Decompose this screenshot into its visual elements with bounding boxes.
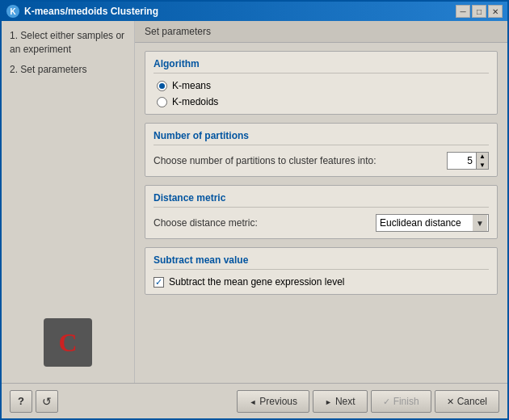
- partitions-label: Choose number of partitions to cluster f…: [154, 155, 440, 166]
- radio-kmeans-label: K-means: [172, 80, 211, 91]
- step-2: 2. Set parameters: [10, 63, 126, 77]
- partitions-section: Number of partitions Choose number of pa…: [145, 123, 498, 177]
- distance-section-title: Distance metric: [154, 192, 489, 208]
- distance-dropdown[interactable]: Euclidean distance Manhattan distance Pe…: [376, 214, 489, 232]
- algorithm-radio-group: K-means K-medoids: [154, 80, 489, 107]
- bottom-bar: ? ↺ Previous Next Finish Cancel: [2, 383, 507, 418]
- previous-arrow-icon: [249, 396, 256, 407]
- distance-dropdown-container: Euclidean distance Manhattan distance Pe…: [376, 214, 489, 232]
- next-button[interactable]: Next: [313, 390, 368, 413]
- previous-button[interactable]: Previous: [237, 390, 309, 413]
- radio-kmedoids-label: K-medoids: [172, 96, 218, 107]
- partitions-value[interactable]: 5: [448, 155, 476, 166]
- cancel-button[interactable]: Cancel: [435, 390, 499, 413]
- close-button[interactable]: ✕: [488, 5, 503, 18]
- spin-up-button[interactable]: ▲: [477, 152, 488, 161]
- title-controls: ─ □ ✕: [456, 5, 503, 18]
- sidebar-logo: C: [44, 318, 92, 367]
- restore-button[interactable]: ↺: [36, 390, 58, 413]
- finish-check-icon: [383, 396, 390, 407]
- subtract-checkbox[interactable]: ✓: [154, 277, 164, 288]
- partitions-spinbox[interactable]: 5 ▲ ▼: [447, 152, 489, 170]
- bottom-right-buttons: Previous Next Finish Cancel: [237, 390, 499, 413]
- main-panel: Set parameters Algorithm K-means K-medoi…: [135, 21, 507, 383]
- title-bar-left: K K-means/medoids Clustering: [6, 5, 158, 18]
- cancel-x-icon: [447, 396, 454, 407]
- radio-kmedoids-input[interactable]: [157, 97, 167, 107]
- window-icon: K: [6, 5, 19, 18]
- spinbox-arrows: ▲ ▼: [476, 152, 488, 170]
- help-button[interactable]: ?: [10, 390, 32, 413]
- subtract-section: Subtract mean value ✓ Subtract the mean …: [145, 247, 498, 295]
- spin-down-button[interactable]: ▼: [477, 161, 488, 170]
- subtract-checkbox-row: ✓ Subtract the mean gene expression leve…: [154, 276, 489, 288]
- partitions-section-title: Number of partitions: [154, 130, 489, 145]
- steps-list: 1. Select either samples or an experimen…: [10, 29, 126, 82]
- panel-title: Set parameters: [145, 26, 211, 37]
- distance-row: Choose distance metric: Euclidean distan…: [154, 214, 489, 232]
- next-arrow-icon: [325, 396, 332, 407]
- step-1: 1. Select either samples or an experimen…: [10, 29, 126, 57]
- finish-button[interactable]: Finish: [371, 390, 431, 413]
- distance-label: Choose distance metric:: [154, 217, 369, 229]
- distance-section: Distance metric Choose distance metric: …: [145, 185, 498, 239]
- maximize-button[interactable]: □: [472, 5, 486, 18]
- panel-content: Algorithm K-means K-medoids Nu: [135, 43, 507, 383]
- subtract-checkbox-label: Subtract the mean gene expression level: [169, 276, 344, 288]
- algorithm-section: Algorithm K-means K-medoids: [145, 51, 498, 115]
- logo-letter: C: [58, 328, 77, 358]
- subtract-section-title: Subtract mean value: [154, 254, 489, 270]
- minimize-button[interactable]: ─: [456, 5, 470, 18]
- title-bar: K K-means/medoids Clustering ─ □ ✕: [2, 2, 507, 21]
- window-title: K-means/medoids Clustering: [24, 6, 158, 17]
- bottom-left-buttons: ? ↺: [10, 390, 58, 413]
- algorithm-section-title: Algorithm: [154, 58, 489, 74]
- content-area: 1. Select either samples or an experimen…: [2, 21, 507, 383]
- partitions-row: Choose number of partitions to cluster f…: [154, 152, 489, 170]
- radio-kmedoids[interactable]: K-medoids: [157, 96, 489, 107]
- sidebar: 1. Select either samples or an experimen…: [2, 21, 135, 383]
- radio-kmeans[interactable]: K-means: [157, 80, 489, 91]
- radio-kmeans-input[interactable]: [157, 81, 167, 91]
- main-window: K K-means/medoids Clustering ─ □ ✕ 1. Se…: [0, 0, 509, 420]
- panel-header: Set parameters: [135, 21, 507, 43]
